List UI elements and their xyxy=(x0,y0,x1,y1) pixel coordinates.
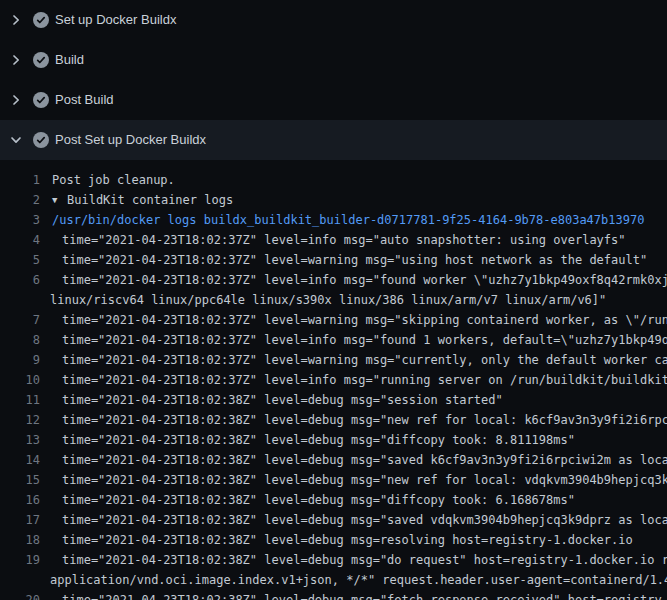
log-line-number[interactable]: 2 xyxy=(0,190,40,210)
log-line: 15 time="2021-04-23T18:02:38Z" level=deb… xyxy=(0,470,667,490)
log-line-text: Post job cleanup. xyxy=(52,170,175,190)
log-line-text: time="2021-04-23T18:02:37Z" level=info m… xyxy=(62,370,667,390)
log-line: 4 time="2021-04-23T18:02:37Z" level=info… xyxy=(0,230,667,250)
log-line-number[interactable]: 19 xyxy=(0,550,40,570)
log-line: 1 Post job cleanup. xyxy=(0,170,667,190)
log-line: 11 time="2021-04-23T18:02:38Z" level=deb… xyxy=(0,390,667,410)
check-circle-icon xyxy=(33,52,49,68)
check-circle-icon xyxy=(33,92,49,108)
log-line-text: time="2021-04-23T18:02:38Z" level=debug … xyxy=(62,450,667,470)
log-line: 3 /usr/bin/docker logs buildx_buildkit_b… xyxy=(0,210,667,230)
log-line-number[interactable]: 3 xyxy=(0,210,40,230)
log-line: 7 time="2021-04-23T18:02:37Z" level=warn… xyxy=(0,310,667,330)
log-line: 5 time="2021-04-23T18:02:37Z" level=warn… xyxy=(0,250,667,270)
log-line-text: time="2021-04-23T18:02:38Z" level=debug … xyxy=(62,470,667,490)
actions-log-viewer: Set up Docker Buildx Build Post Buil xyxy=(0,0,667,600)
log-line: 17 time="2021-04-23T18:02:38Z" level=deb… xyxy=(0,510,667,530)
log-list: 1 Post job cleanup. 2 ▼ BuildKit contain… xyxy=(0,160,667,600)
step-title: Post Build xyxy=(55,92,114,108)
log-line: 8 time="2021-04-23T18:02:37Z" level=info… xyxy=(0,330,667,350)
log-line-number[interactable]: 1 xyxy=(0,170,40,190)
log-line-number[interactable]: 12 xyxy=(0,410,40,430)
log-line-number[interactable]: 20 xyxy=(0,590,40,600)
chevron-icon xyxy=(8,132,24,148)
log-line: 13 time="2021-04-23T18:02:38Z" level=deb… xyxy=(0,430,667,450)
log-line-number[interactable]: 11 xyxy=(0,390,40,410)
log-line-number[interactable]: 17 xyxy=(0,510,40,530)
step-title: Set up Docker Buildx xyxy=(55,12,176,28)
log-line-text: time="2021-04-23T18:02:37Z" level=info m… xyxy=(62,270,667,290)
log-line-text: linux/riscv64 linux/ppc64le linux/s390x … xyxy=(50,290,606,310)
log-line-number[interactable]: 13 xyxy=(0,430,40,450)
log-line: linux/riscv64 linux/ppc64le linux/s390x … xyxy=(0,290,667,310)
log-line-text: /usr/bin/docker logs buildx_buildkit_bui… xyxy=(52,210,644,230)
step-header[interactable]: Set up Docker Buildx xyxy=(0,0,667,40)
log-line-text: time="2021-04-23T18:02:37Z" level=warnin… xyxy=(62,350,667,370)
log-line-text: time="2021-04-23T18:02:37Z" level=info m… xyxy=(62,330,667,350)
step-header[interactable]: Build xyxy=(0,40,667,80)
step-title: Post Set up Docker Buildx xyxy=(55,132,206,148)
log-line-number[interactable]: 14 xyxy=(0,450,40,470)
log-line: application/vnd.oci.image.index.v1+json,… xyxy=(0,570,667,590)
log-line: 9 time="2021-04-23T18:02:37Z" level=warn… xyxy=(0,350,667,370)
log-line-text: time="2021-04-23T18:02:38Z" level=debug … xyxy=(62,590,667,600)
log-line: 19 time="2021-04-23T18:02:38Z" level=deb… xyxy=(0,550,667,570)
chevron-icon xyxy=(8,12,24,28)
log-line: 10 time="2021-04-23T18:02:37Z" level=inf… xyxy=(0,370,667,390)
log-line-text: time="2021-04-23T18:02:38Z" level=debug … xyxy=(62,410,667,430)
log-line-text: time="2021-04-23T18:02:38Z" level=debug … xyxy=(62,430,575,450)
log-line-text: time="2021-04-23T18:02:38Z" level=debug … xyxy=(62,510,667,530)
log-line-text: application/vnd.oci.image.index.v1+json,… xyxy=(50,570,667,590)
log-line-number[interactable]: 16 xyxy=(0,490,40,510)
check-circle-icon xyxy=(33,132,49,148)
log-line-number[interactable]: 7 xyxy=(0,310,40,330)
log-line-text: time="2021-04-23T18:02:37Z" level=warnin… xyxy=(62,310,667,330)
check-circle-icon xyxy=(33,12,49,28)
log-line-number[interactable]: 9 xyxy=(0,350,40,370)
log-line-text: time="2021-04-23T18:02:37Z" level=info m… xyxy=(62,230,626,250)
log-line: 2 ▼ BuildKit container logs xyxy=(0,190,667,210)
log-line-text: time="2021-04-23T18:02:38Z" level=debug … xyxy=(62,490,575,510)
log-line-number[interactable]: 15 xyxy=(0,470,40,490)
log-line-text: time="2021-04-23T18:02:37Z" level=warnin… xyxy=(62,250,647,270)
group-expander-icon[interactable]: ▼ xyxy=(52,190,57,210)
log-line-number[interactable]: 4 xyxy=(0,230,40,250)
log-line-text: time="2021-04-23T18:02:38Z" level=debug … xyxy=(62,550,667,570)
chevron-icon xyxy=(8,92,24,108)
log-line-number[interactable]: 18 xyxy=(0,530,40,550)
log-line: 6 time="2021-04-23T18:02:37Z" level=info… xyxy=(0,270,667,290)
log-line-number[interactable]: 5 xyxy=(0,250,40,270)
log-line: 16 time="2021-04-23T18:02:38Z" level=deb… xyxy=(0,490,667,510)
log-line: 14 time="2021-04-23T18:02:38Z" level=deb… xyxy=(0,450,667,470)
log-line-text: time="2021-04-23T18:02:38Z" level=debug … xyxy=(62,390,503,410)
log-line: 12 time="2021-04-23T18:02:38Z" level=deb… xyxy=(0,410,667,430)
log-line-text: BuildKit container logs xyxy=(67,190,233,210)
log-line-number[interactable]: 6 xyxy=(0,270,40,290)
steps-list: Set up Docker Buildx Build Post Buil xyxy=(0,0,667,160)
log-line-number[interactable]: 8 xyxy=(0,330,40,350)
step-header[interactable]: Post Build xyxy=(0,80,667,120)
log-line: 18 time="2021-04-23T18:02:38Z" level=deb… xyxy=(0,530,667,550)
step-title: Build xyxy=(55,52,84,68)
log-line-number[interactable]: 10 xyxy=(0,370,40,390)
log-line-text: time="2021-04-23T18:02:38Z" level=debug … xyxy=(62,530,633,550)
chevron-icon xyxy=(8,52,24,68)
step-header[interactable]: Post Set up Docker Buildx xyxy=(0,120,667,160)
log-line: 20 time="2021-04-23T18:02:38Z" level=deb… xyxy=(0,590,667,600)
